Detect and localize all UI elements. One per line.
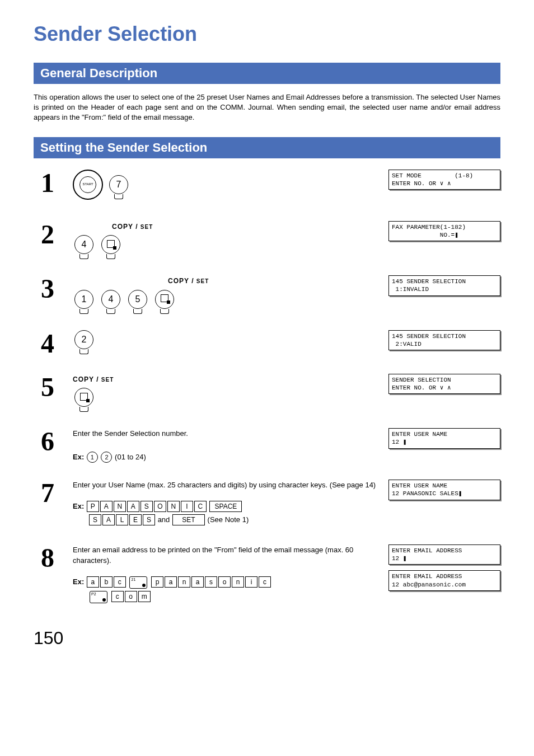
step-number: 7 bbox=[34, 480, 62, 506]
space-key: SPACE bbox=[209, 501, 242, 512]
at-icon bbox=[142, 584, 146, 587]
key-5: 5 bbox=[128, 290, 147, 309]
char-key: N bbox=[114, 501, 126, 512]
step-3: 3 COPY / SET 1 4 5 145 SENDER SELECTION … bbox=[34, 275, 500, 313]
char-key: m bbox=[138, 591, 151, 602]
key-1: 1 bbox=[87, 452, 98, 463]
function-dial-icon: START bbox=[73, 170, 103, 200]
set-key: SET bbox=[172, 514, 205, 525]
key-4: 4 bbox=[74, 235, 93, 254]
char-key: A bbox=[100, 501, 113, 512]
page-title: Sender Selection bbox=[34, 22, 500, 46]
key-2: 2 bbox=[74, 330, 93, 349]
step-5: 5 COPY / SET SENDER SELECTION ENTER NO. … bbox=[34, 374, 500, 412]
char-key: a bbox=[87, 576, 99, 588]
copy-set-label: COPY / SET bbox=[112, 223, 153, 231]
and-text: and bbox=[158, 515, 172, 524]
char-key: P bbox=[87, 501, 99, 512]
key-2: 2 bbox=[101, 452, 112, 463]
step-number: 1 bbox=[34, 170, 62, 196]
page-number: 150 bbox=[34, 628, 500, 649]
section-general-description: General Description bbox=[34, 63, 500, 84]
example-label: Ex: bbox=[73, 453, 84, 461]
copy-set-label: COPY / SET bbox=[73, 375, 114, 383]
lcd-step-7: ENTER USER NAME 12 PANASONIC SALES❚ bbox=[388, 480, 500, 500]
step-6: 6 Enter the Sender Selection number. Ex:… bbox=[34, 428, 500, 463]
char-key: O bbox=[154, 501, 166, 512]
char-key: s bbox=[205, 576, 217, 588]
key-1: 1 bbox=[74, 290, 93, 309]
set-key-icon bbox=[101, 235, 120, 254]
char-key: o bbox=[125, 591, 137, 602]
step-8: 8 Enter an email address to be printed o… bbox=[34, 544, 500, 605]
char-key: a bbox=[191, 576, 204, 588]
step-number: 8 bbox=[34, 544, 62, 571]
example-label: Ex: bbox=[73, 502, 84, 510]
char-key: C bbox=[194, 501, 207, 512]
char-key: p bbox=[151, 576, 163, 588]
step-1: 1 START 7 SET MODE (1-8) ENTER NO. OR ∨ … bbox=[34, 170, 500, 204]
lcd-step-6: ENTER USER NAME 12 ❚ bbox=[388, 428, 500, 449]
lcd-step-8b: ENTER EMAIL ADDRESS 12 abc@panasonic.com bbox=[388, 570, 500, 591]
step-6-text: Enter the Sender Selection number. bbox=[73, 428, 377, 439]
note-ref: (See Note 1) bbox=[208, 515, 249, 524]
char-key: L bbox=[116, 514, 128, 525]
char-key: I bbox=[181, 501, 193, 512]
char-key: n bbox=[178, 576, 190, 588]
lcd-step-1: SET MODE (1-8) ENTER NO. OR ∨ ∧ bbox=[388, 170, 500, 190]
set-key-icon bbox=[155, 290, 174, 309]
step-number: 4 bbox=[34, 330, 62, 357]
step-4: 4 2 145 SENDER SELECTION 2:VALID bbox=[34, 330, 500, 357]
mode-key-p2: P2 bbox=[90, 591, 107, 603]
step-number: 6 bbox=[34, 428, 62, 455]
char-key: c bbox=[259, 576, 271, 588]
step-2: 2 COPY / SET 4 FAX PARAMETER(1-182) NO.=… bbox=[34, 221, 500, 259]
lcd-step-8a: ENTER EMAIL ADDRESS 12 ❚ bbox=[388, 544, 500, 565]
char-key: S bbox=[140, 501, 153, 512]
char-key: c bbox=[111, 591, 124, 602]
lcd-step-2: FAX PARAMETER(1-182) NO.=❚ bbox=[388, 221, 500, 242]
char-key: a bbox=[165, 576, 177, 588]
lcd-step-5: SENDER SELECTION ENTER NO. OR ∨ ∧ bbox=[388, 374, 500, 395]
char-key: A bbox=[127, 501, 139, 512]
key-4: 4 bbox=[101, 290, 120, 309]
char-key: n bbox=[232, 576, 244, 588]
lcd-step-3: 145 SENDER SELECTION 1:INVALID bbox=[388, 275, 500, 296]
char-key: S bbox=[143, 514, 155, 525]
general-description-body: This operation allows the user to select… bbox=[34, 92, 500, 123]
example-suffix: (01 to 24) bbox=[115, 453, 146, 461]
mode-key-21: 21 bbox=[129, 576, 147, 589]
key-7: 7 bbox=[109, 175, 128, 194]
char-key: o bbox=[218, 576, 231, 588]
step-number: 2 bbox=[34, 221, 62, 248]
section-setting-sender-selection: Setting the Sender Selection bbox=[34, 137, 500, 158]
char-key: b bbox=[100, 576, 113, 588]
char-key: E bbox=[129, 514, 142, 525]
step-7-text: Enter your User Name (max. 25 characters… bbox=[73, 480, 377, 491]
lcd-step-4: 145 SENDER SELECTION 2:VALID bbox=[388, 330, 500, 351]
step-8-text: Enter an email address to be printed on … bbox=[73, 544, 377, 566]
dot-icon bbox=[102, 598, 106, 602]
copy-set-label: COPY / SET bbox=[168, 277, 209, 285]
example-label: Ex: bbox=[73, 577, 84, 586]
char-key: N bbox=[167, 501, 180, 512]
step-number: 5 bbox=[34, 374, 62, 401]
char-key: i bbox=[245, 576, 257, 588]
set-key-icon bbox=[74, 388, 93, 407]
step-number: 3 bbox=[34, 275, 62, 302]
char-key: c bbox=[114, 576, 126, 588]
char-key: S bbox=[89, 514, 101, 525]
char-key: A bbox=[102, 514, 115, 525]
step-7: 7 Enter your User Name (max. 25 characte… bbox=[34, 480, 500, 528]
